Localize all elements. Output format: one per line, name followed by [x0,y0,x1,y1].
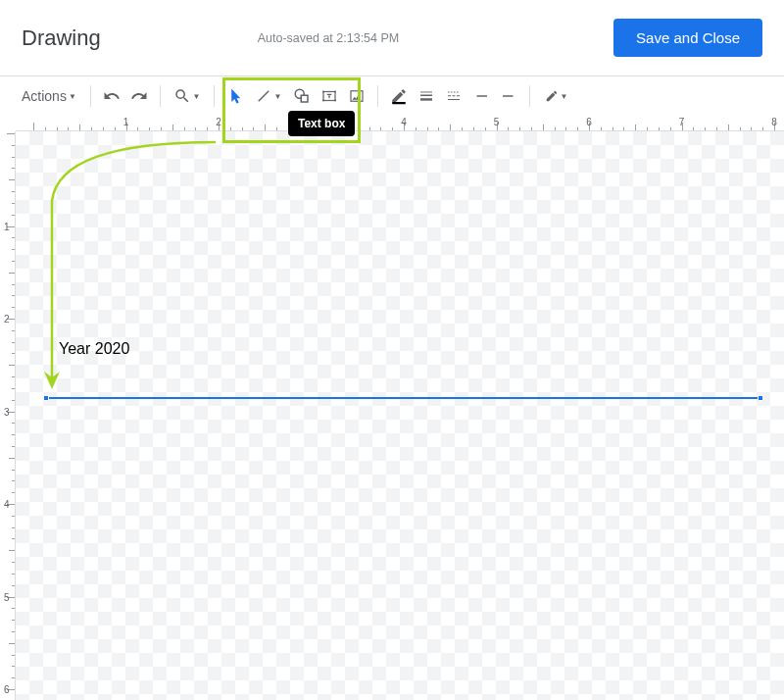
dialog-title: Drawing [22,25,101,51]
svg-rect-16 [448,95,451,96]
svg-rect-14 [454,92,456,93]
line-dash-icon [445,87,463,105]
canvas-line-shape[interactable] [46,397,761,399]
caret-down-icon: ▼ [273,92,281,101]
text-box-icon [320,87,338,105]
ruler-number: 4 [4,499,10,510]
shape-icon [293,87,311,105]
redo-button[interactable] [126,83,152,109]
zoom-button[interactable]: ▼ [169,83,206,109]
svg-point-6 [334,100,336,102]
select-tool-button[interactable] [222,83,248,109]
separator [160,85,161,107]
line-tool-button[interactable]: ▼ [250,83,287,109]
horizontal-ruler[interactable]: 12345678 [16,116,784,131]
caret-down-icon: ▼ [192,92,200,101]
ruler-number: 1 [4,221,10,231]
svg-point-4 [334,91,336,93]
canvas-text-label[interactable]: Year 2020 [59,340,129,358]
cursor-icon [226,87,244,105]
ruler-number: 4 [401,117,407,127]
ruler-number: 8 [771,117,777,127]
actions-menu-button[interactable]: Actions ▼ [16,84,82,108]
line-end-icon [500,87,517,105]
line-weight-icon [417,87,435,105]
line-weight-button[interactable] [414,83,439,109]
svg-rect-9 [420,92,432,93]
undo-button[interactable] [99,83,124,109]
separator [529,85,530,107]
drawing-canvas[interactable] [16,131,784,700]
zoom-icon [173,87,191,105]
ruler-number: 2 [4,314,10,325]
pencil-icon [545,89,559,103]
line-color-button[interactable] [386,83,412,109]
svg-rect-13 [451,92,453,93]
line-icon [255,87,272,105]
svg-rect-17 [452,95,455,96]
ruler-number: 6 [586,117,592,127]
line-dash-button[interactable] [441,83,466,109]
line-handle-right[interactable] [758,395,763,401]
dialog-header: Drawing Auto-saved at 2:13:54 PM Save an… [0,0,784,76]
ruler-number: 6 [4,684,10,695]
line-handle-left[interactable] [43,395,49,401]
separator [377,85,378,107]
image-tool-button[interactable] [344,83,369,109]
toolbar: Actions ▼ ▼ ▼ [0,76,784,116]
redo-icon [130,87,148,105]
ruler-number: 5 [4,591,10,602]
undo-icon [103,87,121,105]
ruler-number: 2 [216,117,221,127]
svg-rect-10 [420,95,432,97]
svg-rect-11 [420,98,432,100]
line-start-button[interactable] [468,83,494,109]
svg-rect-1 [301,95,308,102]
caret-down-icon: ▼ [560,92,567,101]
autosave-status: Auto-saved at 2:13:54 PM [258,31,400,45]
line-end-button[interactable] [496,83,521,109]
actions-label: Actions [22,88,67,104]
tooltip: Text box [288,111,355,136]
svg-point-3 [322,91,324,93]
ruler-number: 7 [679,117,685,127]
separator [214,85,215,107]
save-and-close-button[interactable]: Save and Close [613,19,762,57]
line-start-icon [472,87,490,105]
text-box-tool-button[interactable] [317,83,342,109]
separator [90,85,91,107]
image-icon [348,87,366,105]
vertical-ruler[interactable]: 123456 [0,131,16,700]
ruler-number: 5 [494,117,500,127]
pencil-underline-icon [390,87,408,105]
svg-rect-19 [448,99,460,100]
svg-rect-12 [448,92,450,93]
format-options-button[interactable]: ▼ [538,83,575,109]
svg-rect-18 [457,95,460,96]
svg-point-5 [322,100,324,102]
ruler-number: 3 [4,406,10,417]
svg-rect-8 [392,102,406,104]
shape-tool-button[interactable] [289,83,315,109]
caret-down-icon: ▼ [69,92,76,101]
ruler-number: 1 [123,117,129,127]
svg-rect-15 [457,92,459,93]
